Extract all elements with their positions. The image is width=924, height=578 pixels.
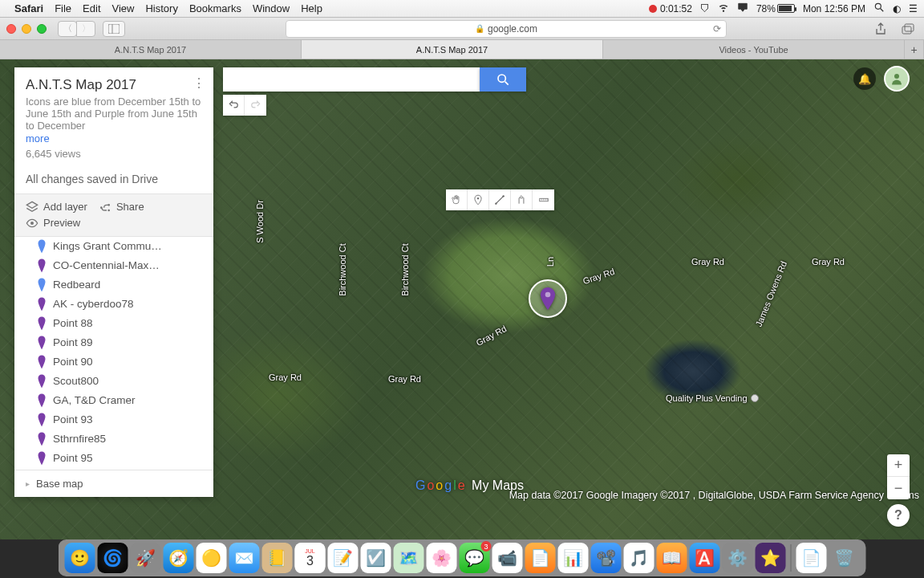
map-description: Icons are blue from December 15th to Jun… [26,96,202,132]
spotlight-icon[interactable] [873,2,885,15]
dock-notes[interactable]: 📝 [328,543,359,573]
directions-tool[interactable] [511,189,533,210]
zoom-control: + − [887,454,910,499]
show-tabs-button[interactable] [898,21,918,37]
dock-facetime[interactable]: 📹 [492,543,523,573]
forward-button[interactable]: 〉 [76,21,95,37]
feature-item[interactable]: Kings Grant Commu… [14,237,213,256]
dock-safari[interactable]: 🧭 [164,543,194,573]
draw-line-tool[interactable] [489,189,511,210]
app-name[interactable]: Safari [14,2,43,14]
share-button[interactable]: Share [99,201,144,214]
status-item-icon[interactable]: ◐ [893,3,901,14]
dock-keynote[interactable]: 📽️ [591,543,622,573]
dock-finder[interactable]: 🙂 [65,543,95,573]
measure-tool[interactable] [533,189,554,210]
tab-1[interactable]: A.N.T.S Map 2017 [302,40,603,59]
bell-icon: 🔔 [858,73,871,85]
feature-item[interactable]: CO-Centennial-Max… [14,256,213,275]
dock-pages[interactable]: 📄 [525,543,556,573]
search-button[interactable] [480,67,526,92]
feature-item[interactable]: Point 90 [14,352,213,372]
dock-mail[interactable]: ✉️ [229,543,260,573]
share-button[interactable] [871,21,890,37]
address-bar[interactable]: 🔒 google.com ⟳ [286,20,727,38]
dock-contacts[interactable]: 📒 [262,543,293,573]
zoom-out-button[interactable]: − [887,477,910,499]
feature-item[interactable]: Point 95 [14,449,213,468]
description-more-link[interactable]: more [26,132,202,144]
account-avatar[interactable] [884,66,910,92]
reload-icon[interactable]: ⟳ [713,23,721,35]
feature-item[interactable]: Point 89 [14,333,213,352]
map-attribution: Map data ©2017 Google Imagery ©2017 , Di… [509,490,919,501]
close-window-button[interactable] [6,24,16,34]
dock-calendar[interactable]: JUL3 [295,543,326,573]
menu-view[interactable]: View [112,2,135,14]
back-button[interactable]: 〈 [58,21,77,37]
tab-0[interactable]: A.N.T.S Map 2017 [0,40,302,59]
dock-launchpad[interactable]: 🚀 [131,543,161,573]
safari-sidebar-button[interactable] [103,21,125,37]
search-input[interactable] [223,67,480,92]
selected-marker[interactable] [529,279,567,318]
feature-item[interactable]: Point 88 [14,314,213,333]
notification-center-icon[interactable]: ☰ [909,3,918,14]
zoom-in-button[interactable]: + [887,454,910,477]
menu-edit[interactable]: Edit [83,2,100,14]
dock-photos[interactable]: 🌸 [427,543,457,573]
feature-item[interactable]: Redbeard [14,275,213,295]
airplay-icon[interactable] [737,2,748,15]
menubar-clock[interactable]: Mon 12:56 PM [803,3,865,14]
dock-siri[interactable]: 🌀 [98,543,128,573]
feature-item[interactable]: Scout800 [14,372,213,391]
base-map-section[interactable]: ▸ Base map [14,470,213,497]
feature-item[interactable]: Point 93 [14,410,213,429]
menu-window[interactable]: Window [253,2,290,14]
dock-chrome[interactable]: 🟡 [197,543,227,573]
preview-button[interactable]: Preview [26,217,202,230]
poi-quality-plus-vending[interactable]: Quality Plus Vending [666,393,759,403]
svg-point-10 [30,222,34,225]
shield-icon[interactable]: ⛉ [700,3,710,14]
mac-dock: 🙂🌀🚀🧭🟡✉️📒JUL3📝☑️🗺️🌸💬3📹📄📊📽️🎵📖🅰️⚙️⭐📄🗑️ [59,539,866,576]
dock-reminders[interactable]: ☑️ [361,543,391,573]
dock-messages[interactable]: 💬3 [460,543,490,573]
help-button[interactable]: ? [887,504,910,527]
dock-textedit[interactable]: 📄 [796,543,827,573]
feature-item[interactable]: AK - cyberdoo78 [14,295,213,314]
dock-ibooks[interactable]: 📖 [657,543,687,573]
feature-item[interactable]: GA, T&D Cramer [14,391,213,410]
road-label: Birchwood Ct [338,243,347,295]
screen-record-indicator[interactable]: 0:01:52 [649,3,692,14]
add-marker-tool[interactable] [468,189,489,210]
dock-preferences[interactable]: ⚙️ [723,543,753,573]
fullscreen-window-button[interactable] [37,24,47,34]
lock-icon: 🔒 [475,24,484,33]
menu-file[interactable]: File [55,2,71,14]
wifi-icon[interactable] [718,2,729,15]
map-title[interactable]: A.N.T.S Map 2017 [26,77,202,93]
window-traffic-lights[interactable] [6,24,47,34]
menu-bookmarks[interactable]: Bookmarks [189,2,241,14]
redo-button[interactable] [245,95,266,116]
panel-menu-icon[interactable]: ⋮ [192,75,205,91]
battery-indicator[interactable]: 78% [756,3,795,14]
dock-itunes[interactable]: 🎵 [624,543,654,573]
dock-trash[interactable]: 🗑️ [829,543,860,573]
menu-history[interactable]: History [145,2,177,14]
minimize-window-button[interactable] [22,24,31,34]
new-tab-button[interactable]: + [905,40,924,59]
mac-menubar: Safari File Edit View History Bookmarks … [0,0,924,18]
pan-tool[interactable] [446,189,468,210]
tab-2[interactable]: Videos - YouTube [603,40,905,59]
dock-imovie[interactable]: ⭐ [756,543,786,573]
menu-help[interactable]: Help [301,2,322,14]
add-layer-button[interactable]: Add layer [26,201,87,214]
dock-numbers[interactable]: 📊 [558,543,589,573]
feature-item[interactable]: Sthrnfire85 [14,429,213,449]
dock-appstore[interactable]: 🅰️ [690,543,720,573]
dock-maps[interactable]: 🗺️ [394,543,424,573]
undo-button[interactable] [223,95,245,116]
notifications-button[interactable]: 🔔 [853,67,876,90]
